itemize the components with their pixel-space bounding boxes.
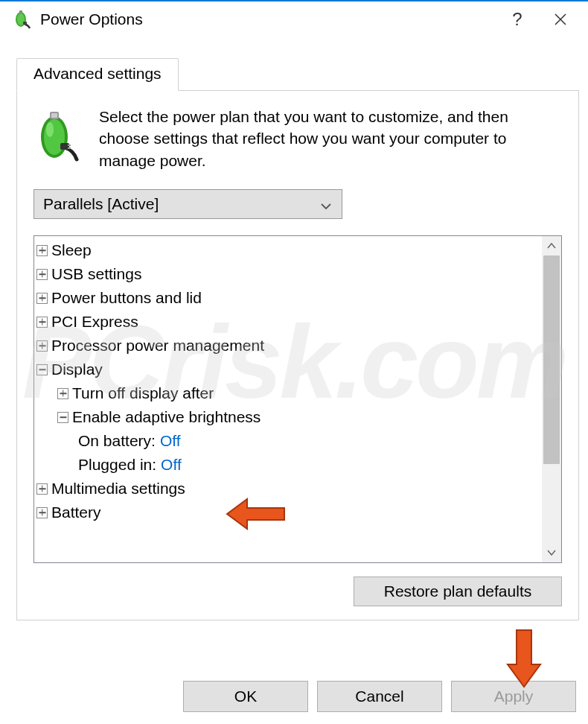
collapse-icon[interactable]: [36, 364, 48, 375]
intro-text: Select the power plan that you want to c…: [99, 106, 562, 171]
svg-rect-8: [51, 113, 57, 118]
restore-defaults-button[interactable]: Restore plan defaults: [354, 577, 562, 606]
tree-item-label: Battery: [51, 501, 101, 524]
tree-item[interactable]: Processor power management: [36, 334, 542, 358]
battery-large-icon: [33, 109, 81, 162]
title-bar: Power Options ?: [0, 1, 588, 37]
tree-item[interactable]: Multimedia settings: [36, 477, 542, 501]
tree-item-label: Multimedia settings: [51, 477, 185, 501]
scroll-down-icon[interactable]: [542, 543, 561, 562]
scrollbar[interactable]: [542, 236, 561, 562]
scroll-up-icon[interactable]: [542, 236, 561, 255]
expand-icon[interactable]: [36, 293, 48, 304]
intro-section: Select the power plan that you want to c…: [33, 106, 562, 171]
close-button[interactable]: [539, 1, 582, 37]
tree-item-label: Plugged in:: [78, 453, 156, 477]
svg-point-6: [46, 122, 54, 137]
plan-selected-label: Parallels [Active]: [43, 195, 159, 213]
tree-item-value[interactable]: Off: [161, 453, 182, 477]
tab-strip: Advanced settings: [16, 58, 579, 91]
tree-item-label: Enable adaptive brightness: [72, 405, 261, 429]
svg-marker-13: [508, 630, 540, 687]
settings-tree: SleepUSB settingsPower buttons and lidPC…: [33, 235, 562, 563]
battery-plug-icon: [12, 9, 33, 30]
power-options-dialog: Power Options ? Advanced settings: [0, 0, 588, 724]
tab-content: Select the power plan that you want to c…: [16, 91, 579, 620]
tree-item[interactable]: On battery:Off: [36, 429, 542, 453]
window-title: Power Options: [40, 10, 496, 28]
svg-rect-3: [23, 22, 27, 25]
ok-button[interactable]: OK: [183, 681, 308, 712]
collapse-icon[interactable]: [57, 412, 68, 423]
svg-rect-11: [68, 147, 71, 149]
chevron-down-icon: [321, 195, 331, 213]
expand-icon[interactable]: [36, 317, 48, 328]
svg-rect-10: [68, 145, 71, 146]
tree-item-label: Turn off display after: [72, 381, 214, 405]
scroll-track[interactable]: [542, 255, 561, 543]
tree-item-label: On battery:: [78, 429, 156, 453]
tree-item-label: Power buttons and lid: [51, 286, 202, 310]
tab-advanced-settings[interactable]: Advanced settings: [16, 58, 179, 91]
expand-icon[interactable]: [36, 245, 48, 256]
tree-item[interactable]: Plugged in:Off: [36, 453, 542, 477]
dialog-button-bar: OK Cancel Apply: [183, 681, 576, 712]
tree-item-label: Sleep: [51, 238, 92, 262]
help-button[interactable]: ?: [496, 1, 539, 37]
cancel-button[interactable]: Cancel: [317, 681, 442, 712]
tree-item[interactable]: PCI Express: [36, 310, 542, 334]
tree-item[interactable]: Battery: [36, 501, 542, 524]
power-plan-select[interactable]: Parallels [Active]: [33, 189, 342, 219]
tree-item[interactable]: Turn off display after: [36, 381, 542, 405]
apply-button[interactable]: Apply: [451, 681, 576, 712]
expand-icon[interactable]: [57, 388, 68, 399]
tree-item[interactable]: Enable adaptive brightness: [36, 405, 542, 429]
tree-item-label: Display: [51, 358, 103, 381]
tree-item-label: Processor power management: [51, 334, 264, 358]
tree-item[interactable]: Sleep: [36, 238, 542, 262]
expand-icon[interactable]: [36, 507, 48, 518]
scroll-thumb[interactable]: [543, 255, 560, 464]
expand-icon[interactable]: [36, 340, 48, 352]
tree-item[interactable]: Display: [36, 358, 542, 381]
expand-icon[interactable]: [36, 269, 48, 280]
svg-rect-2: [19, 10, 22, 13]
tree-item-label: USB settings: [51, 262, 141, 286]
tree-item-value[interactable]: Off: [160, 429, 181, 453]
expand-icon[interactable]: [36, 483, 48, 495]
tree-item-label: PCI Express: [51, 310, 138, 334]
tree-item[interactable]: USB settings: [36, 262, 542, 286]
tree-item[interactable]: Power buttons and lid: [36, 286, 542, 310]
